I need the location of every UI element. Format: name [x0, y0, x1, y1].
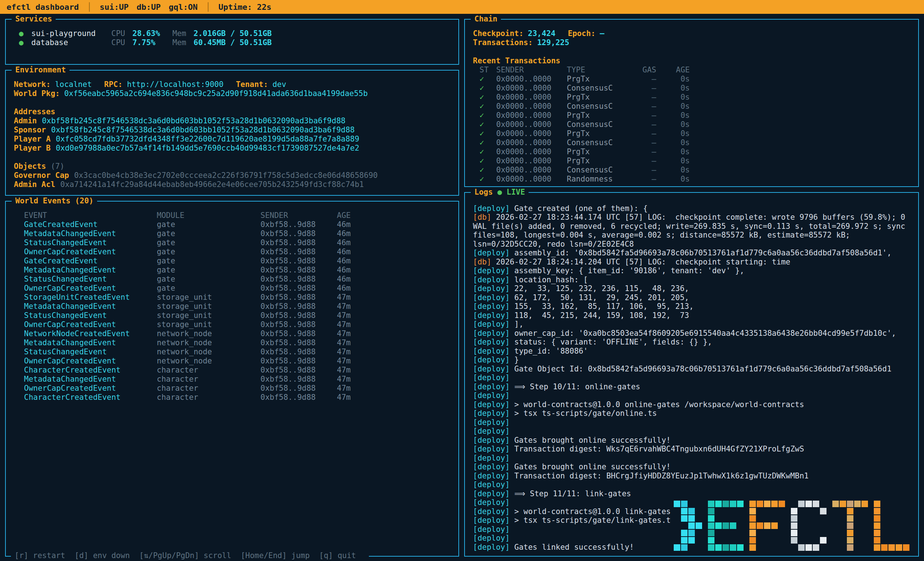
logo-pixel — [791, 522, 797, 529]
event-sender: 0xbf58..9d88 — [261, 311, 337, 320]
world-events-panel: World Events (20) EVENT MODULE SENDER AG… — [5, 201, 459, 556]
logo-pixel — [798, 537, 805, 543]
logo-pixel — [674, 515, 680, 522]
logo-pixel — [791, 530, 797, 536]
tx-sender: 0x0000..0000 — [496, 175, 567, 184]
log-line: [deploy] 22, 33, 125, 232, 236, 115, 48,… — [473, 284, 910, 293]
log-line: [deploy] location_hash: [ — [473, 275, 910, 285]
event-name: MetadataChangedEvent — [24, 302, 157, 311]
logo-pixel — [903, 515, 909, 522]
event-age: 47m — [337, 384, 366, 393]
world-pkg-line: World Pkg:0xf56eabc5965a2c694e836c948bc9… — [14, 89, 450, 98]
tx-gas: – — [628, 147, 656, 156]
logo-pixel — [764, 544, 771, 551]
logo-pixel — [688, 544, 695, 551]
service-status-icon: ● — [19, 38, 31, 47]
event-module: character — [157, 375, 261, 384]
log-tag: [deploy] — [473, 266, 510, 275]
tx-type: ConsensusC — [567, 165, 628, 175]
logo-pixel — [771, 515, 778, 522]
logo-pixel — [840, 530, 846, 536]
tx-age: 0s — [656, 102, 690, 111]
logo-pixel — [723, 544, 729, 551]
event-module: network_node — [157, 338, 261, 348]
logo-pixel — [749, 522, 756, 529]
world-pkg-value: 0xf56eabc5965a2c694e836c948bc9c25a2d90f9… — [64, 89, 368, 98]
object-row: Admin Acl0xa714241a14fc29a84d44ebab8eb49… — [14, 180, 450, 189]
logo-pixel — [813, 515, 819, 522]
tx-gas: – — [628, 175, 656, 184]
log-tag: [deploy] — [473, 543, 510, 552]
event-module: character — [157, 366, 261, 375]
logo-letter-e — [708, 501, 744, 551]
spacer — [14, 98, 450, 107]
log-tag: [deploy] — [473, 347, 510, 356]
logo-pixel — [888, 515, 895, 522]
event-age: 47m — [337, 375, 366, 384]
tx-age: 0s — [656, 175, 690, 184]
event-sender: 0xbf58..9d88 — [261, 338, 337, 348]
logo-pixel — [813, 544, 819, 551]
events-rows[interactable]: GateCreatedEventgate0xbf58..9d8846mMetad… — [14, 220, 450, 402]
logo-pixel — [674, 508, 680, 514]
network-line: Network:localnetRPC:http://localhost:900… — [14, 80, 450, 89]
logo-pixel — [820, 522, 826, 529]
tx-type: ConsensusC — [567, 138, 628, 147]
event-age: 47m — [337, 338, 366, 348]
logo-pixel — [896, 501, 902, 507]
logo-pixel — [847, 508, 854, 514]
logs-panel: Logs ● LIVE [deploy] Gate created (one o… — [464, 192, 919, 556]
logo-pixel — [903, 537, 909, 543]
log-text — [510, 418, 514, 427]
hotkey-hint: [q] quit — [319, 551, 356, 560]
tx-row: ✓0x0000..0000PrgTx–0s — [473, 147, 910, 156]
log-line: [deploy] assembly_key: { item_id: '90186… — [473, 266, 910, 275]
logo-pixel — [764, 515, 771, 522]
log-tag: [deploy] — [473, 418, 510, 427]
tx-header-row: ST SENDER TYPE GAS AGE — [473, 66, 910, 75]
logo-pixel — [903, 508, 909, 514]
tx-status-icon: ✓ — [480, 175, 496, 184]
log-line: [deploy] Transaction digest: BHCrgJfiyHD… — [473, 471, 910, 481]
logo-pixel — [688, 537, 695, 543]
logo-pixel — [696, 537, 702, 543]
logo-pixel — [757, 508, 763, 514]
log-text: ⟹ Step 11/11: link-gates — [510, 489, 631, 498]
event-age: 47m — [337, 302, 366, 311]
log-line: [deploy] 118, 45, 215, 244, 159, 108, 19… — [473, 311, 910, 320]
logo-pixel — [737, 515, 744, 522]
event-row: OwnerCapCreatedEventgate0xbf58..9d8846m — [14, 248, 450, 256]
logo-pixel — [674, 530, 680, 536]
logo-pixel — [771, 522, 778, 529]
log-tag: [deploy] — [473, 302, 510, 311]
log-line: [deploy] owner_cap_id: '0xa0bc8503ea54f8… — [473, 329, 910, 338]
logo-pixel — [688, 522, 695, 529]
cpu-value: 7.75% — [132, 38, 172, 47]
logo-pixel — [681, 501, 687, 507]
topbar-separator: │ — [87, 3, 92, 12]
log-text: Gate created (one of them): { — [510, 204, 648, 213]
log-text: location_hash: [ — [510, 275, 588, 284]
logo-pixel — [881, 515, 888, 522]
log-tag: [deploy] — [473, 400, 510, 409]
logo-pixel — [737, 522, 744, 529]
tx-gas: – — [628, 165, 656, 175]
logo-pixel — [847, 515, 854, 522]
service-name: sui-playground — [31, 29, 111, 38]
logo-pixel — [681, 530, 687, 536]
logo-pixel — [840, 508, 846, 514]
logo-pixel — [854, 501, 861, 507]
logo-pixel — [674, 501, 680, 507]
log-line: [deploy] ⟹ Step 11/11: link-gates — [473, 489, 910, 498]
col-header-age: AGE — [337, 211, 366, 220]
transactions-value: 129,225 — [537, 38, 569, 47]
objects-count: (7) — [51, 162, 64, 171]
event-sender: 0xbf58..9d88 — [261, 393, 337, 402]
tx-row: ✓0x0000..0000PrgTx–0s — [473, 156, 910, 165]
tx-age: 0s — [656, 165, 690, 175]
logo-pixel — [832, 501, 839, 507]
logo-pixel — [903, 501, 909, 507]
logo-pixel — [896, 530, 902, 536]
logo-pixel — [832, 530, 839, 536]
object-value: 0x3cac0be4cb38e3ec2702e0ccceea2c226f3679… — [74, 171, 378, 180]
